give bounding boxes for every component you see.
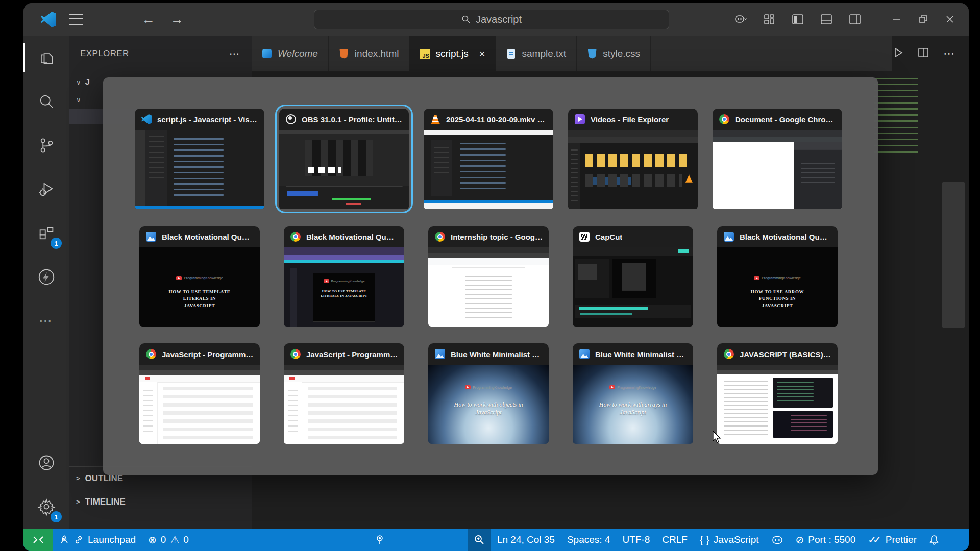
window-thumbnail[interactable]: Document - Google Chrome: [713, 109, 842, 209]
source-control-icon[interactable]: [23, 123, 69, 167]
chrome-icon: [723, 348, 734, 360]
explorer-view-icon[interactable]: [23, 36, 69, 80]
window-preview: [279, 130, 409, 209]
chevron-down-icon: ∨: [76, 96, 81, 104]
toggle-secondary-sidebar-icon[interactable]: [847, 12, 863, 27]
txt-file-icon: [506, 48, 517, 59]
indentation[interactable]: Spaces: 4: [561, 529, 617, 551]
window-preview: [568, 130, 698, 209]
window-thumbnail[interactable]: Blue White Minimalist Back...Programming…: [573, 343, 693, 444]
more-views-icon[interactable]: ⋯: [23, 299, 69, 343]
settings-badge: 1: [51, 511, 62, 522]
menu-icon[interactable]: [69, 14, 83, 25]
toggle-panel-icon[interactable]: [819, 12, 834, 27]
eol-sequence[interactable]: CRLF: [656, 529, 694, 551]
tab-sample.txt[interactable]: sample.txt: [496, 36, 577, 71]
run-debug-icon[interactable]: [23, 167, 69, 211]
tab-label: sample.txt: [522, 48, 567, 59]
channel-watermark: ProgrammingKnowledge: [139, 276, 260, 280]
vlc-icon: [430, 114, 441, 125]
tab-style.css[interactable]: style.css: [577, 36, 651, 71]
tab-Welcome[interactable]: Welcome: [252, 36, 329, 71]
window-preview: [573, 247, 693, 327]
window-thumbnail[interactable]: CapCut: [573, 226, 693, 327]
launchpad-item[interactable]: Launchpad: [53, 529, 142, 551]
tab-label: style.css: [603, 48, 640, 59]
minimize-icon[interactable]: [889, 12, 904, 27]
window-thumbnail[interactable]: JAVASCRIPT (BASICS) - Go...: [717, 343, 838, 444]
window-thumbnail[interactable]: Black Motivational Quote...ProgrammingKn…: [139, 226, 260, 327]
toggle-sidebar-icon[interactable]: [790, 12, 805, 27]
customize-layout-icon[interactable]: [762, 12, 777, 27]
copilot-status-icon[interactable]: [765, 529, 790, 551]
window-title: script.js - Javascript - Visual S...: [157, 115, 258, 124]
tab-close-icon[interactable]: ×: [479, 48, 485, 60]
window-thumbnail[interactable]: script.js - Javascript - Visual S...: [135, 109, 264, 209]
editor-more-icon[interactable]: ⋯: [943, 47, 954, 60]
live-server-icon[interactable]: [23, 255, 69, 299]
encoding[interactable]: UTF-8: [616, 529, 656, 551]
window-title: Blue White Minimalist Back...: [451, 350, 543, 359]
errors-icon: ⊗: [148, 534, 157, 546]
window-thumbnail[interactable]: Videos - File Explorer: [568, 109, 698, 209]
window-thumbnail[interactable]: Black Motivational Quote De...Programmin…: [284, 226, 404, 327]
run-code-icon[interactable]: [892, 47, 903, 60]
chrome-icon: [290, 231, 301, 242]
photos-icon: [579, 348, 590, 360]
css-file-icon: [587, 48, 597, 59]
window-preview: [139, 365, 260, 444]
screencast-target-icon[interactable]: [369, 529, 391, 551]
accounts-icon[interactable]: [23, 441, 69, 485]
window-title: CapCut: [595, 233, 622, 241]
obs-icon: [285, 114, 297, 125]
window-title: JavaScript - ProgrammingKn...: [306, 350, 398, 359]
restore-icon[interactable]: [916, 12, 931, 27]
problems-item[interactable]: ⊗ 0 ⚠ 0: [142, 529, 195, 551]
language-mode[interactable]: { } JavaScript: [694, 529, 765, 551]
window-preview: [424, 130, 553, 209]
window-thumbnail[interactable]: JavaScript - ProgrammingKn...: [139, 343, 260, 444]
wel-file-icon: [262, 48, 272, 59]
double-check-icon: ✓✓: [868, 534, 878, 546]
window-thumbnail[interactable]: JavaScript - ProgrammingKn...: [284, 343, 404, 444]
notifications-bell-icon[interactable]: [923, 529, 945, 551]
port-icon: ⊘: [796, 534, 804, 546]
window-thumbnail[interactable]: Internship topic - Google Do...: [428, 226, 549, 327]
cursor-position[interactable]: Ln 24, Col 35: [491, 529, 561, 551]
close-icon[interactable]: [942, 12, 958, 27]
window-thumbnail[interactable]: Blue White Minimalist Back...Programming…: [428, 343, 549, 444]
video-title-text: HOW TO USE TEMPLATE LITERALS IN JAVASCRI…: [284, 289, 404, 299]
forward-icon[interactable]: →: [170, 12, 184, 28]
window-title: JAVASCRIPT (BASICS) - Go...: [740, 350, 831, 359]
live-server-port[interactable]: ⊘ Port : 5500: [790, 529, 862, 551]
channel-watermark: ProgrammingKnowledge: [717, 276, 838, 280]
window-thumbnail[interactable]: Black Motivational Quote...ProgrammingKn…: [717, 226, 838, 327]
js-file-icon: JS: [420, 48, 430, 59]
search-icon: [461, 15, 471, 24]
back-icon[interactable]: ←: [142, 12, 155, 28]
timeline-section[interactable]: > TIMELINE: [69, 490, 252, 513]
braces-icon: { }: [700, 534, 709, 546]
formatter-item[interactable]: ✓✓ Prettier: [862, 529, 923, 551]
window-thumbnail[interactable]: 2025-04-11 00-20-09.mkv - V...: [424, 109, 553, 209]
warnings-count: 0: [183, 534, 189, 545]
zoom-indicator[interactable]: [468, 529, 491, 551]
editor-scrollbar[interactable]: [942, 182, 965, 328]
search-view-icon[interactable]: [23, 80, 69, 123]
tab-index.html[interactable]: index.html: [329, 36, 410, 71]
window-thumbnail[interactable]: OBS 31.0.1 - Profile: Untitled -...: [279, 109, 409, 209]
window-preview: ProgrammingKnowledgeHow to work with obj…: [428, 365, 549, 444]
warnings-icon: ⚠: [170, 534, 179, 546]
settings-gear-icon[interactable]: 1: [23, 485, 69, 529]
chrome-icon: [719, 114, 730, 125]
tab-script.js[interactable]: JSscript.js×: [409, 36, 496, 71]
video-title-text: HOW TO USE ARROW FUNCTIONS IN JAVASCRIPT: [717, 289, 838, 310]
remote-indicator[interactable]: [23, 529, 53, 551]
explorer-more-icon[interactable]: ⋯: [229, 47, 240, 60]
command-search-input[interactable]: Javascript: [314, 10, 669, 29]
extensions-view-icon[interactable]: 1: [23, 211, 69, 255]
split-editor-icon[interactable]: [918, 47, 929, 60]
copilot-icon[interactable]: [733, 12, 748, 27]
errors-count: 0: [161, 534, 166, 545]
window-preview: [284, 365, 404, 444]
